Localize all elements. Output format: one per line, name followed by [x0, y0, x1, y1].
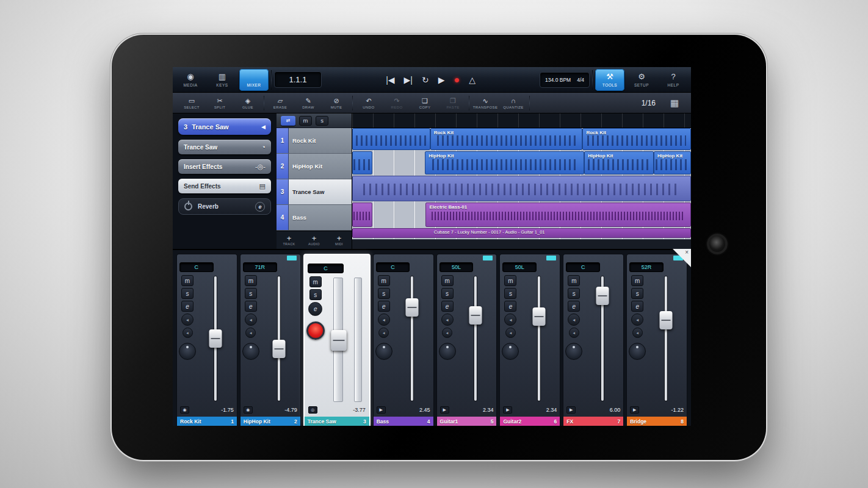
- channel-name-tag[interactable]: Trance Saw3: [305, 417, 369, 426]
- listen-button[interactable]: ◂: [378, 328, 389, 338]
- reverb-edit-button[interactable]: e: [255, 202, 265, 212]
- volume-fader[interactable]: [659, 311, 672, 329]
- monitor-button[interactable]: ◂: [504, 314, 516, 326]
- volume-fader[interactable]: [331, 330, 347, 351]
- listen-button[interactable]: ◂: [505, 328, 516, 338]
- clip-segment[interactable]: [352, 128, 430, 150]
- monitor-button[interactable]: ◂: [181, 314, 193, 326]
- play-icon[interactable]: ▶: [630, 406, 639, 414]
- gain-knob[interactable]: [375, 343, 392, 360]
- track-row-bass[interactable]: 4Bass: [277, 205, 352, 231]
- transpose-tool-button[interactable]: ∿TRANSPOSE: [471, 97, 499, 109]
- edit-button[interactable]: e: [441, 301, 454, 312]
- mute-button[interactable]: m: [631, 275, 643, 286]
- gain-knob[interactable]: [502, 343, 519, 360]
- media-button[interactable]: ◉ MEDIA: [176, 69, 205, 91]
- pan-display[interactable]: C: [308, 264, 344, 273]
- pan-display[interactable]: 71R: [243, 262, 277, 272]
- edit-button[interactable]: e: [378, 301, 390, 312]
- metronome-button[interactable]: △: [469, 76, 476, 84]
- channel-name-tag[interactable]: Rock Kit1: [177, 417, 237, 426]
- volume-fader[interactable]: [469, 306, 482, 325]
- edit-button[interactable]: e: [181, 301, 193, 312]
- select-tool-button[interactable]: ▭SELECT: [178, 97, 206, 109]
- snap-value-display[interactable]: 1/16: [634, 99, 663, 107]
- quantize-tool-button[interactable]: ∩QUANTIZE: [499, 97, 527, 109]
- monitor-button[interactable]: ◂: [441, 314, 454, 326]
- power-icon[interactable]: [184, 203, 192, 210]
- mute-button[interactable]: m: [504, 275, 516, 286]
- solo-button[interactable]: s: [181, 288, 193, 299]
- clip-hiphop-kit[interactable]: HipHop Kit: [584, 151, 654, 174]
- add-audio-button[interactable]: +AUDIO: [302, 231, 327, 249]
- pan-display[interactable]: 52R: [629, 262, 664, 272]
- clip-cubase-7-lucky-number-0017-audio-guitar-1-01[interactable]: Cubase 7 - Lucky Number - 0017 - Audio -…: [352, 228, 691, 238]
- track-row-rock-kit[interactable]: 1Rock Kit: [277, 128, 352, 154]
- solo-button[interactable]: s: [309, 289, 322, 300]
- clip-segment[interactable]: [352, 176, 691, 201]
- glue-tool-button[interactable]: ◈GLUE: [234, 97, 262, 109]
- edit-button[interactable]: e: [308, 302, 322, 316]
- clip-rock-kit[interactable]: Rock Kit: [430, 128, 583, 150]
- record-arm-button[interactable]: [306, 321, 325, 340]
- dot-icon[interactable]: ◉: [244, 406, 253, 414]
- send-effects-button[interactable]: Send Effects ▤: [178, 179, 271, 193]
- mute-button[interactable]: m: [378, 275, 390, 286]
- gain-knob[interactable]: [439, 343, 456, 360]
- clip-rock-kit[interactable]: Rock Kit: [582, 128, 691, 150]
- clip-segment[interactable]: [352, 151, 372, 174]
- volume-fader[interactable]: [273, 340, 286, 358]
- channel-name-tag[interactable]: Bridge8: [627, 417, 687, 426]
- tools-button[interactable]: ⚒ TOOLS: [595, 69, 624, 91]
- monitor-button[interactable]: ◂: [631, 314, 643, 326]
- instrument-button[interactable]: Trance Saw ◔: [178, 140, 271, 154]
- keys-button[interactable]: ▥ KEYS: [208, 69, 237, 91]
- insert-effects-button[interactable]: Insert Effects -◎-: [178, 159, 271, 174]
- copy-tool-button[interactable]: ❏COPY: [411, 97, 439, 109]
- solo-button[interactable]: s: [504, 288, 516, 299]
- paste-tool-button[interactable]: ❐PASTE: [439, 97, 467, 109]
- solo-button[interactable]: s: [441, 288, 454, 299]
- solo-button[interactable]: s: [631, 288, 643, 299]
- edit-button[interactable]: e: [245, 301, 257, 312]
- channel-name-tag[interactable]: Guitar26: [500, 417, 560, 426]
- edit-button[interactable]: e: [504, 301, 516, 312]
- pan-display[interactable]: 50L: [502, 262, 537, 272]
- clip-grid[interactable]: Rock KitRock KitHipHop KitHipHop KitHipH…: [352, 128, 691, 239]
- volume-fader[interactable]: [209, 329, 222, 348]
- play-button[interactable]: ▶: [438, 76, 445, 84]
- clip-electric-bass-01[interactable]: Electric Bass-01: [425, 203, 691, 227]
- go-to-start-button[interactable]: |◀: [386, 76, 394, 84]
- gain-knob[interactable]: [629, 343, 646, 360]
- draw-tool-button[interactable]: ✎DRAW: [294, 97, 322, 109]
- dot-icon[interactable]: ◉: [180, 406, 189, 414]
- edit-button[interactable]: e: [568, 301, 580, 312]
- listen-button[interactable]: ◂: [569, 328, 579, 338]
- monitor-button[interactable]: ◂: [568, 314, 580, 326]
- global-solo-button[interactable]: s: [316, 116, 328, 126]
- go-to-end-button[interactable]: ▶|: [404, 76, 413, 84]
- listen-button[interactable]: ◂: [183, 328, 193, 338]
- mute-button[interactable]: m: [245, 275, 257, 286]
- mute-button[interactable]: m: [441, 275, 454, 286]
- add-track-button[interactable]: +TRACK: [277, 231, 302, 249]
- cycle-button[interactable]: ↻: [422, 76, 429, 84]
- reverb-slot[interactable]: Reverb e: [178, 198, 271, 215]
- record-button[interactable]: ●: [454, 76, 460, 84]
- solo-button[interactable]: s: [568, 288, 580, 299]
- erase-tool-button[interactable]: ▱ERASE: [266, 97, 294, 109]
- track-row-hiphop-kit[interactable]: 2HipHop Kit: [277, 154, 352, 179]
- play-icon[interactable]: ▶: [377, 406, 386, 414]
- routing-icon[interactable]: ⇄: [281, 116, 295, 126]
- channel-name-tag[interactable]: HipHop Kit2: [241, 417, 300, 426]
- setup-button[interactable]: ⚙ SETUP: [627, 69, 656, 91]
- edit-button[interactable]: e: [631, 301, 643, 312]
- gain-knob[interactable]: [242, 343, 259, 360]
- grid-snap-button[interactable]: ▦: [663, 98, 686, 109]
- mixer-button[interactable]: MIXER: [239, 69, 269, 91]
- undo-tool-button[interactable]: ↶UNDO: [355, 97, 383, 109]
- solo-button[interactable]: s: [245, 288, 257, 299]
- pan-display[interactable]: C: [566, 262, 600, 272]
- volume-fader[interactable]: [406, 298, 419, 317]
- add-midi-button[interactable]: +MIDI: [327, 231, 352, 249]
